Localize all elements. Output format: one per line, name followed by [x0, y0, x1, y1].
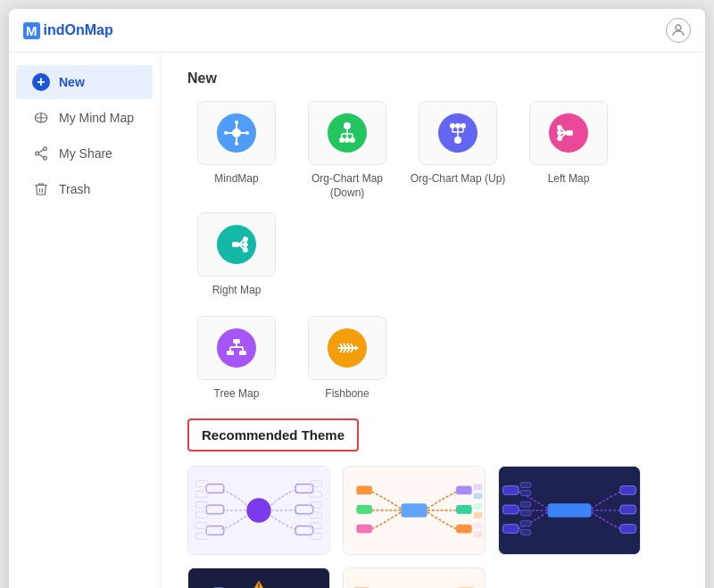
svg-rect-96 [474, 512, 483, 518]
svg-rect-94 [474, 493, 483, 500]
mindmap-label: MindMap [214, 172, 258, 186]
template-card-org-down[interactable]: Org-Chart Map(Down) [298, 101, 396, 200]
svg-point-0 [676, 25, 681, 30]
theme-card-4[interactable] [187, 567, 330, 588]
svg-point-38 [558, 126, 561, 129]
svg-point-22 [339, 137, 345, 143]
svg-rect-106 [520, 502, 531, 508]
org-chart-up-label: Org-Chart Map (Up) [411, 172, 506, 186]
svg-point-40 [558, 137, 561, 140]
org-chart-down-icon [328, 113, 367, 153]
svg-line-5 [38, 150, 43, 153]
svg-rect-97 [474, 523, 483, 529]
svg-point-16 [344, 122, 351, 129]
svg-rect-34 [566, 130, 573, 136]
svg-rect-48 [233, 339, 240, 344]
svg-point-66 [246, 499, 270, 523]
template-icon-box-mindmap[interactable] [197, 101, 276, 165]
svg-point-25 [450, 123, 455, 128]
tree-map-label: Tree Map [214, 387, 260, 402]
svg-rect-88 [356, 505, 372, 514]
theme-card-3[interactable] [498, 466, 641, 555]
sidebar-item-my-mind-map-label: My Mind Map [59, 111, 134, 125]
svg-point-14 [224, 131, 228, 135]
svg-rect-112 [620, 525, 636, 534]
svg-rect-86 [401, 504, 427, 518]
svg-marker-64 [355, 345, 359, 351]
logo: M indOnMap [23, 22, 113, 39]
right-map-label: Right Map [212, 284, 262, 298]
theme-grid [187, 466, 678, 588]
svg-rect-90 [456, 486, 472, 495]
template-icon-box-right-map[interactable] [197, 212, 276, 277]
svg-point-26 [455, 123, 461, 128]
sidebar-item-my-share[interactable]: My Share [16, 137, 153, 170]
svg-point-3 [36, 152, 39, 155]
recommended-theme-header: Recommended Theme [187, 418, 359, 451]
svg-point-27 [461, 123, 466, 128]
svg-rect-93 [474, 484, 483, 491]
theme-card-1[interactable] [187, 466, 330, 555]
svg-rect-100 [548, 504, 592, 518]
svg-point-24 [350, 137, 355, 143]
template-grid-row2: Tree Map [187, 316, 678, 402]
logo-m: M [23, 22, 40, 39]
mindmap-icon [217, 113, 256, 153]
template-icon-box-org-down[interactable] [308, 101, 386, 165]
title-bar: M indOnMap [9, 9, 705, 53]
recommended-theme-section: Recommended Theme [187, 418, 678, 588]
left-map-icon [549, 113, 588, 153]
left-map-label: Left Map [548, 172, 590, 186]
svg-point-33 [454, 137, 461, 144]
trash-icon [32, 180, 50, 198]
svg-point-47 [244, 248, 247, 252]
org-chart-down-label: Org-Chart Map(Down) [311, 172, 383, 200]
theme-card-2[interactable] [343, 466, 486, 555]
svg-point-45 [244, 237, 247, 241]
svg-point-2 [44, 147, 47, 151]
logo-text: indOnMap [44, 22, 113, 38]
sidebar-item-my-mind-map[interactable]: My Mind Map [16, 101, 153, 135]
share-icon [32, 145, 50, 162]
svg-rect-54 [239, 351, 246, 355]
svg-rect-111 [620, 505, 636, 514]
main-layout: + New My Mind Map [9, 53, 705, 588]
sidebar-item-trash[interactable]: Trash [16, 172, 153, 206]
svg-line-6 [38, 154, 43, 158]
tree-map-icon [217, 328, 256, 368]
template-icon-box-org-up[interactable] [419, 101, 497, 165]
svg-rect-101 [503, 486, 519, 495]
svg-rect-110 [620, 486, 636, 495]
template-card-mindmap[interactable]: MindMap [187, 101, 286, 200]
svg-point-15 [245, 131, 249, 135]
theme-card-5[interactable] [343, 567, 486, 588]
svg-point-7 [232, 128, 241, 137]
svg-rect-103 [503, 525, 519, 534]
template-icon-box-fishbone[interactable] [308, 316, 386, 380]
right-map-icon [217, 225, 256, 264]
svg-rect-89 [356, 525, 372, 534]
svg-rect-105 [520, 491, 531, 496]
svg-rect-91 [456, 505, 472, 514]
svg-rect-87 [356, 486, 372, 495]
svg-rect-95 [474, 504, 483, 510]
template-card-org-up[interactable]: Org-Chart Map (Up) [409, 101, 507, 200]
template-card-right-map[interactable]: Right Map [187, 212, 286, 298]
user-avatar-button[interactable] [666, 18, 691, 43]
sidebar: + New My Mind Map [9, 53, 161, 588]
svg-point-23 [345, 137, 350, 143]
svg-point-46 [244, 243, 247, 246]
sidebar-item-trash-label: Trash [59, 182, 90, 196]
svg-rect-102 [503, 505, 519, 514]
brain-icon [32, 109, 50, 127]
template-card-fishbone[interactable]: Fishbone [298, 316, 396, 402]
template-icon-box-tree-map[interactable] [197, 316, 276, 380]
svg-point-39 [558, 131, 561, 135]
sidebar-item-new[interactable]: + New [16, 65, 153, 99]
svg-rect-98 [474, 532, 483, 538]
svg-point-4 [44, 156, 47, 160]
template-icon-box-left-map[interactable] [529, 101, 608, 165]
main-content: New [161, 53, 705, 588]
template-card-left-map[interactable]: Left Map [519, 101, 618, 200]
template-card-tree-map[interactable]: Tree Map [187, 316, 286, 402]
